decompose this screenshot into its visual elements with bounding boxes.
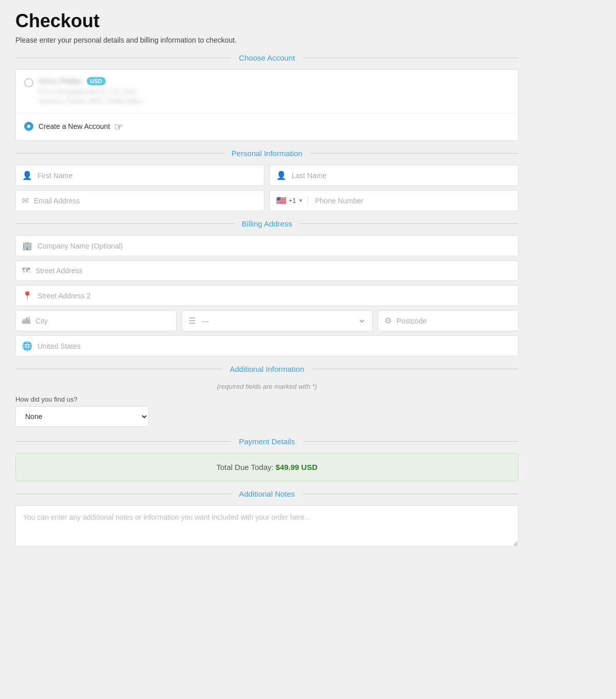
map-icon: 🗺	[22, 266, 30, 275]
total-due-amount: $49.99 USD	[276, 463, 318, 471]
name-row: 👤 👤	[15, 165, 518, 186]
create-account-label: Create a New Account	[38, 122, 110, 130]
postcode-input[interactable]	[397, 317, 512, 325]
usd-badge: USD	[87, 77, 106, 85]
contact-row: ✉ 🇺🇸 +1 ▼	[15, 190, 518, 211]
phone-input[interactable]	[315, 197, 512, 205]
existing-account-info: Henry Phillips USD 574 a-Pineapplesmith …	[38, 77, 510, 106]
country-field[interactable]: 🌐	[15, 335, 518, 356]
phone-dropdown-chevron[interactable]: ▼	[298, 198, 303, 203]
city-icon: 🏙	[22, 316, 30, 326]
globe-icon: 🌐	[22, 341, 32, 351]
existing-account-radio[interactable]	[24, 78, 33, 87]
email-input[interactable]	[34, 197, 258, 205]
street-address-input[interactable]	[35, 267, 512, 275]
sliders-icon: ☰	[188, 316, 196, 326]
last-name-input[interactable]	[292, 172, 512, 180]
phone-code: +1	[288, 197, 296, 204]
phone-field[interactable]: 🇺🇸 +1 ▼	[270, 190, 518, 211]
person-icon-2: 👤	[276, 171, 286, 180]
street-address2-input[interactable]	[37, 292, 512, 300]
choose-account-divider: Choose Account	[15, 53, 518, 62]
personal-info-title: Personal Information	[224, 149, 310, 158]
additional-notes-divider: Additional Notes	[15, 489, 518, 498]
email-field[interactable]: ✉	[15, 190, 264, 211]
existing-account-option[interactable]: Henry Phillips USD 574 a-Pineapplesmith …	[16, 70, 518, 113]
additional-info-divider: Additional Information	[15, 365, 518, 373]
city-input[interactable]	[35, 317, 170, 325]
how-find-label: How did you find us?	[15, 395, 518, 403]
choose-account-title: Choose Account	[232, 53, 302, 62]
building-icon: 🏢	[22, 241, 32, 251]
billing-address-title: Billing Address	[235, 219, 299, 228]
cursor-icon: ☞	[114, 121, 123, 133]
person-icon: 👤	[22, 171, 32, 180]
pin-icon: 📍	[22, 291, 32, 300]
state-field[interactable]: ☰ — Alabama Alaska Arizona California Fl…	[182, 310, 373, 331]
last-name-field[interactable]: 👤	[270, 165, 518, 186]
account-name-row: Henry Phillips USD	[38, 77, 510, 85]
flag-icon: 🇺🇸	[276, 196, 286, 205]
additional-notes-title: Additional Notes	[232, 489, 302, 498]
phone-prefix[interactable]: 🇺🇸 +1 ▼	[276, 196, 308, 205]
account-detail-line2: Aventura, Florida, 8800, United States	[38, 97, 510, 106]
postcode-icon: ⚙	[384, 316, 392, 326]
total-due-label: Total Due Today:	[216, 463, 273, 471]
additional-info-section: (required fields are marked with *) How …	[15, 381, 518, 429]
required-fields-note: (required fields are marked with *)	[15, 383, 518, 390]
street-address2-field[interactable]: 📍	[15, 285, 518, 306]
account-name: Henry Phillips	[38, 77, 83, 85]
street-address-field[interactable]: 🗺	[15, 260, 518, 281]
first-name-input[interactable]	[37, 172, 258, 180]
page-title: Checkout	[15, 10, 518, 32]
country-input[interactable]	[37, 342, 512, 350]
page-subtitle: Please enter your personal details and b…	[15, 36, 518, 44]
additional-info-title: Additional Information	[222, 365, 311, 373]
payment-details-box: Total Due Today: $49.99 USD	[15, 453, 518, 481]
email-icon: ✉	[22, 196, 29, 205]
create-account-info: Create a New Account ☞	[38, 121, 510, 133]
personal-info-divider: Personal Information	[15, 149, 518, 158]
payment-details-title: Payment Details	[232, 437, 302, 446]
account-options-card: Henry Phillips USD 574 a-Pineapplesmith …	[15, 69, 518, 141]
company-name-field[interactable]: 🏢	[15, 235, 518, 256]
create-account-radio[interactable]	[24, 122, 33, 131]
state-select[interactable]: — Alabama Alaska Arizona California Flor…	[200, 316, 366, 326]
payment-details-divider: Payment Details	[15, 437, 518, 446]
company-name-input[interactable]	[37, 242, 512, 250]
billing-address-divider: Billing Address	[15, 219, 518, 228]
how-find-select[interactable]: None Google Social Media Friend/Referral…	[15, 406, 149, 427]
account-detail-line1: 574 a-Pineapplesmith Dr, 410, 4441	[38, 87, 510, 97]
city-state-zip-row: 🏙 ☰ — Alabama Alaska Arizona California …	[15, 310, 518, 331]
create-account-option[interactable]: Create a New Account ☞	[16, 113, 518, 140]
first-name-field[interactable]: 👤	[15, 165, 264, 186]
postcode-field[interactable]: ⚙	[378, 310, 518, 331]
additional-notes-textarea[interactable]	[15, 505, 518, 546]
city-field[interactable]: 🏙	[15, 310, 177, 331]
